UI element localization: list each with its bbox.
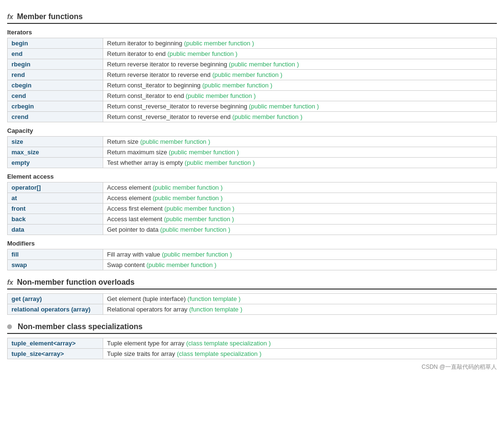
desc-text: Return reverse iterator to reverse end [107,71,212,78]
badge-label: (public member function ) [185,159,255,166]
group-label-iterators: Iterators [7,29,497,36]
desc-text: Access last element [107,215,164,223]
member-functions-groups: IteratorsbeginReturn iterator to beginni… [7,29,497,270]
function-desc: Return const_reverse_iterator to reverse… [103,101,497,112]
fx-icon-member: fx [7,13,13,21]
table-row: endReturn iterator to end (public member… [8,49,497,59]
table-row: operator[]Access element (public member … [8,182,497,193]
badge-label: (class template specialization ) [186,340,271,347]
badge-label: (class template specialization ) [177,350,261,357]
member-functions-header: fx Member functions [7,12,497,24]
table-row: cbeginReturn const_iterator to beginning… [8,80,497,91]
desc-text: Test whether array is empty [107,159,185,166]
badge-label: (public member function ) [164,205,235,212]
function-desc: Return const_iterator to beginning (publ… [103,80,497,91]
desc-text: Swap content [107,261,146,268]
function-name[interactable]: operator[] [8,182,103,193]
desc-text: Return const_iterator to beginning [107,82,202,89]
badge-label: (public member function ) [167,50,237,57]
function-name[interactable]: begin [8,38,103,49]
function-name[interactable]: empty [8,158,103,168]
badge-label: (public member function ) [162,251,232,258]
table-row: tuple_size<array>Tuple size traits for a… [8,349,497,359]
desc-text: Relational operators for array [107,306,189,313]
badge-label: (public member function ) [202,82,272,89]
function-desc: Return iterator to end (public member fu… [103,49,497,59]
function-desc: Return iterator to beginning (public mem… [103,38,497,49]
table-row: beginReturn iterator to beginning (publi… [8,38,497,49]
badge-label: (public member function ) [249,103,319,110]
function-name[interactable]: rbegin [8,59,103,70]
table-row: atAccess element (public member function… [8,193,497,204]
table-row: emptyTest whether array is empty (public… [8,158,497,168]
desc-text: Access element [107,194,152,202]
table-row: backAccess last element (public member f… [8,214,497,225]
desc-text: Tuple size traits for array [107,350,177,357]
table-row: relational operators (array)Relational o… [8,304,497,315]
desc-text: Return const_reverse_iterator to reverse… [107,113,232,120]
function-desc: Return const_iterator to end (public mem… [103,91,497,101]
function-name[interactable]: max_size [8,147,103,158]
desc-text: Tuple element type for array [107,340,186,347]
table-row: crbeginReturn const_reverse_iterator to … [8,101,497,112]
desc-text: Return size [107,138,140,145]
function-desc: Return reverse iterator to reverse end (… [103,70,497,80]
function-name[interactable]: swap [8,260,103,270]
class-name[interactable]: tuple_size<array> [8,349,103,359]
function-desc: Relational operators for array (function… [103,304,497,315]
function-name[interactable]: at [8,193,103,204]
function-name[interactable]: crbegin [8,101,103,112]
function-name[interactable]: size [8,137,103,147]
badge-label: (function template ) [189,306,242,313]
function-desc: Return size (public member function ) [103,137,497,147]
table-row: rendReturn reverse iterator to reverse e… [8,70,497,80]
fx-icon-nonmember: fx [7,279,13,286]
badge-label: (public member function ) [184,40,254,47]
table-row: cendReturn const_iterator to end (public… [8,91,497,101]
desc-text: Return reverse iterator to reverse begin… [107,61,229,68]
function-name[interactable]: front [8,204,103,214]
table-modifiers: fillFill array with value (public member… [7,249,497,270]
badge-label: (public member function ) [186,92,256,99]
specializations-section: Non-member class specializations tuple_e… [7,322,497,371]
badge-label: (public member function ) [160,226,230,233]
desc-text: Return maximum size [107,149,169,156]
function-name[interactable]: relational operators (array) [8,304,103,315]
desc-text: Return iterator to beginning [107,40,184,47]
desc-text: Get element (tuple interface) [107,295,187,302]
desc-text: Return iterator to end [107,50,167,57]
class-name[interactable]: tuple_element<array> [8,338,103,349]
bullet-icon [7,324,12,329]
watermark: CSDN @一直敲代码的稻草人 [7,363,497,371]
badge-label: (public member function ) [140,138,210,145]
table-row: rbeginReturn reverse iterator to reverse… [8,59,497,70]
function-desc: Fill array with value (public member fun… [103,249,497,260]
desc-text: Get pointer to data [107,226,160,233]
function-name[interactable]: end [8,49,103,59]
member-functions-title: Member functions [17,12,83,21]
function-name[interactable]: data [8,225,103,235]
function-desc: Get pointer to data (public member funct… [103,225,497,235]
table-row: dataGet pointer to data (public member f… [8,225,497,235]
function-desc: Access last element (public member funct… [103,214,497,225]
group-label-modifiers: Modifiers [7,240,497,247]
function-name[interactable]: cbegin [8,80,103,91]
function-name[interactable]: back [8,214,103,225]
function-name[interactable]: fill [8,249,103,260]
function-name[interactable]: get (array) [8,294,103,304]
badge-label: (public member function ) [232,113,302,120]
group-label-capacity: Capacity [7,127,497,134]
function-desc: Test whether array is empty (public memb… [103,158,497,168]
table-row: crendReturn const_reverse_iterator to re… [8,112,497,122]
function-name[interactable]: crend [8,112,103,122]
function-name[interactable]: rend [8,70,103,80]
desc-text: Return const_reverse_iterator to reverse… [107,103,249,110]
desc-text: Fill array with value [107,251,162,258]
desc-text: Access first element [107,205,164,212]
badge-label: (public member function ) [212,71,282,78]
function-desc: Access element (public member function ) [103,182,497,193]
badge-label: (public member function ) [152,194,223,202]
function-name[interactable]: cend [8,91,103,101]
table-row: get (array)Get element (tuple interface)… [8,294,497,304]
badge-label: (public member function ) [146,261,216,268]
